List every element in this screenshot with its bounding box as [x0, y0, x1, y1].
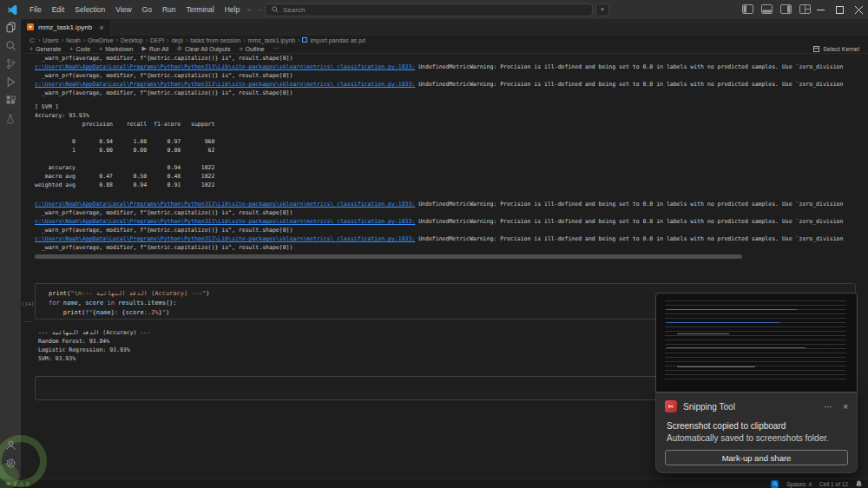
- search-icon: [272, 6, 279, 13]
- screenshot-preview-texture: [665, 300, 846, 383]
- extensions-icon: [5, 94, 16, 109]
- close-button[interactable]: [849, 0, 868, 19]
- command-center-search[interactable]: Search: [265, 3, 593, 16]
- kernel-icon: [813, 46, 819, 52]
- thumb-line: [667, 347, 806, 348]
- sklearn-file-link[interactable]: c:\Users\Noah\AppData\Local\Programs\Pyt…: [35, 235, 415, 242]
- sklearn-file-link[interactable]: c:\Users\Noah\AppData\Local\Programs\Pyt…: [35, 81, 415, 88]
- toggle-panel-icon[interactable]: [761, 4, 773, 16]
- cell-more-actions-icon[interactable]: ⋯: [24, 318, 31, 326]
- source-control-icon: [5, 57, 16, 73]
- tab-close-icon[interactable]: ×: [99, 23, 103, 32]
- customize-layout-icon[interactable]: [799, 4, 811, 16]
- generate-button[interactable]: +Generate: [30, 46, 61, 52]
- notification-body: Screenshot copied to clipboard Automatic…: [656, 412, 857, 445]
- plus-icon: +: [99, 46, 102, 52]
- cell-output-warnings-top: _warn_prf(average, modifier, f"{metric.c…: [35, 54, 843, 97]
- titlebar: File Edit Selection View Go Run Terminal…: [0, 0, 868, 19]
- history-back-icon[interactable]: ←: [246, 3, 254, 13]
- history-forward-icon[interactable]: →: [255, 3, 264, 13]
- toggle-secondary-sidebar-icon[interactable]: [780, 4, 792, 16]
- breadcrumb-item[interactable]: tasks from session: [190, 37, 240, 43]
- breadcrumb-item[interactable]: Desktop: [121, 37, 143, 43]
- outline-button[interactable]: ≡Outline: [239, 46, 264, 52]
- menu-terminal[interactable]: Terminal: [181, 0, 220, 19]
- screenshot-thumbnail[interactable]: [655, 293, 858, 392]
- warning-line: c:\Users\Noah\AppData\Local\Programs\Pyt…: [35, 63, 843, 71]
- errors-warnings-indicator[interactable]: ⊗ 0 △ 0: [6, 480, 30, 487]
- search-history-toggle[interactable]: ▾: [595, 3, 609, 16]
- snipping-tool-icon: ✂: [665, 400, 677, 412]
- status-accessibility-indicator[interactable]: [771, 480, 779, 488]
- snipping-tool-notification: ✂ Snipping Tool ⋯ × Screenshot copied to…: [655, 392, 858, 473]
- settings-button[interactable]: [0, 457, 21, 472]
- breadcrumb-item-file[interactable]: mmz_task1.ipynb: [248, 37, 295, 43]
- accounts-button[interactable]: [0, 439, 21, 454]
- breadcrumb-separator: ›: [243, 37, 245, 43]
- run-all-button[interactable]: ▶Run All: [142, 45, 169, 52]
- breadcrumb-separator: ›: [186, 37, 187, 43]
- breadcrumb-item[interactable]: DEPI: [150, 37, 164, 43]
- output-line: SVM: 93.93%: [38, 354, 150, 363]
- menu-help[interactable]: Help: [220, 0, 245, 19]
- warnings-icon: △: [19, 480, 23, 487]
- menu-go[interactable]: Go: [137, 0, 157, 19]
- menu-file[interactable]: File: [24, 0, 47, 19]
- notification-submessage: Automatically saved to screenshots folde…: [667, 432, 846, 445]
- plus-icon: +: [69, 46, 73, 52]
- breadcrumb-item[interactable]: Noah: [66, 37, 81, 43]
- markup-and-share-button[interactable]: Mark-up and share: [665, 450, 848, 465]
- warnings-count: 0: [26, 481, 30, 487]
- menu-edit[interactable]: Edit: [47, 0, 70, 19]
- thumb-line: [667, 309, 797, 310]
- clear-all-outputs-button[interactable]: ⊘Clear All Outputs: [177, 45, 230, 52]
- status-cell-position[interactable]: Cell 1 of 12: [819, 481, 848, 487]
- breadcrumb-item[interactable]: OneDrive: [88, 37, 114, 43]
- menu-run[interactable]: Run: [157, 0, 181, 19]
- breadcrumb-item[interactable]: depi: [172, 37, 183, 43]
- sklearn-file-link[interactable]: c:\Users\Noah\AppData\Local\Programs\Pyt…: [35, 63, 415, 70]
- account-icon: [5, 439, 16, 454]
- status-spaces[interactable]: Spaces: 4: [786, 481, 812, 487]
- notification-more-icon[interactable]: ⋯: [824, 402, 832, 412]
- menu-view[interactable]: View: [110, 0, 136, 19]
- sidebar-item-search[interactable]: [0, 37, 21, 56]
- vscode-logo-icon: [7, 4, 18, 16]
- notebook-file-icon: [27, 23, 34, 32]
- menubar: File Edit Selection View Go Run Terminal…: [24, 0, 245, 19]
- symbol-icon: [302, 37, 307, 43]
- select-kernel-button[interactable]: Select Kernel: [813, 46, 859, 52]
- sidebar-item-testing[interactable]: [0, 110, 21, 129]
- cell-output-final-accuracy: --- الدقة النهائية (Accuracy) --- Random…: [38, 328, 150, 363]
- horizontal-scrollbar[interactable]: [35, 254, 742, 259]
- breadcrumb-item-symbol[interactable]: import pandas as pd: [310, 37, 365, 43]
- explorer-icon: [5, 21, 16, 36]
- warning-line: c:\Users\Noah\AppData\Local\Programs\Pyt…: [35, 217, 843, 226]
- breadcrumb-item[interactable]: Users: [43, 37, 58, 43]
- sidebar-item-extensions[interactable]: [0, 92, 21, 110]
- notification-close-icon[interactable]: ×: [843, 402, 848, 412]
- add-code-cell-button[interactable]: +Code: [69, 46, 90, 52]
- sidebar-item-explorer[interactable]: [0, 19, 21, 37]
- menu-selection[interactable]: Selection: [69, 0, 110, 19]
- sklearn-file-link[interactable]: c:\Users\Noah\AppData\Local\Programs\Pyt…: [35, 218, 415, 225]
- thumb-line: [667, 322, 779, 323]
- sklearn-file-link[interactable]: c:\Users\Noah\AppData\Local\Programs\Pyt…: [35, 201, 415, 208]
- notifications-bell-icon[interactable]: [856, 480, 862, 487]
- minimize-button[interactable]: [811, 0, 830, 19]
- sidebar-item-source-control[interactable]: [0, 56, 21, 74]
- output-line: Random Forest: 93.84%: [38, 337, 150, 346]
- more-actions-button[interactable]: ⋯: [273, 45, 279, 52]
- add-markdown-cell-button[interactable]: +Markdown: [99, 46, 133, 52]
- editor-tab-bar: mmz_task1.ipynb ×: [21, 19, 868, 36]
- sidebar-item-run-debug[interactable]: [0, 74, 21, 92]
- search-icon: [5, 39, 16, 55]
- tab-mmz-task1[interactable]: mmz_task1.ipynb ×: [21, 19, 111, 36]
- maximize-button[interactable]: [830, 0, 849, 19]
- toggle-primary-sidebar-icon[interactable]: [742, 4, 753, 16]
- notification-message: Screenshot copied to clipboard: [667, 420, 846, 432]
- breadcrumb-separator: ›: [298, 37, 299, 43]
- breadcrumb-separator: ›: [167, 37, 168, 43]
- breadcrumb-item[interactable]: C:: [30, 37, 36, 43]
- more-icon: ⋯: [273, 45, 279, 52]
